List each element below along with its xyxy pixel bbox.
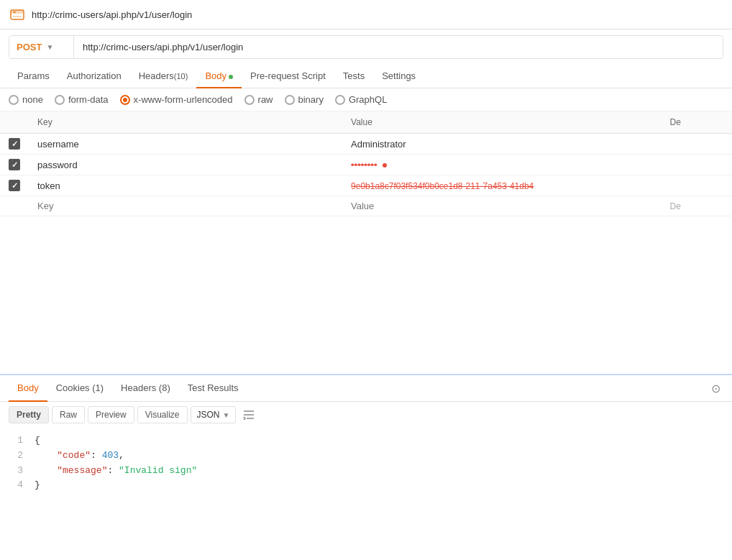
- code-block: 1 { 2 "code": 403, 3 "message": "Invalid…: [0, 428, 732, 499]
- format-type-select[interactable]: JSON ▼: [191, 406, 237, 423]
- row-2-checkbox[interactable]: [9, 159, 20, 170]
- table-row: ••••••••: [0, 155, 732, 175]
- radio-raw-label: raw: [258, 94, 273, 105]
- tab-settings[interactable]: Settings: [373, 65, 424, 88]
- top-bar-url: http://crimc-users/api.php/v1/user/login: [32, 9, 192, 20]
- radio-none-label: none: [22, 94, 43, 105]
- col-check-header: [0, 111, 29, 134]
- api-icon: [9, 6, 26, 23]
- format-raw[interactable]: Raw: [52, 406, 85, 423]
- response-tabs: Body Cookies (1) Headers (8) Test Result…: [0, 375, 732, 402]
- col-value-header: Value: [342, 111, 661, 134]
- radio-binary[interactable]: binary: [285, 94, 324, 105]
- tab-params[interactable]: Params: [9, 65, 58, 88]
- radio-urlencoded-label: x-www-form-urlencoded: [134, 94, 233, 105]
- radio-form-data-circle: [55, 95, 65, 105]
- row-4-key[interactable]: [37, 201, 334, 211]
- method-label: POST: [17, 42, 42, 52]
- tab-body[interactable]: Body: [196, 65, 242, 88]
- method-select[interactable]: POST ▼: [9, 36, 74, 58]
- format-preview[interactable]: Preview: [88, 406, 134, 423]
- line-num-1: 1: [9, 433, 23, 449]
- body-type-row: none form-data x-www-form-urlencoded raw…: [0, 88, 732, 111]
- url-input[interactable]: [74, 36, 723, 58]
- tab-authorization[interactable]: Authorization: [58, 65, 130, 88]
- format-type-arrow: ▼: [223, 411, 230, 419]
- radio-form-data[interactable]: form-data: [55, 94, 109, 105]
- format-row: Pretty Raw Preview Visualize JSON ▼: [0, 402, 732, 428]
- row-3-checkbox[interactable]: [9, 180, 20, 191]
- col-key-header: Key: [29, 111, 342, 134]
- tab-headers[interactable]: Headers(10): [130, 65, 197, 88]
- row-1-desc: [661, 134, 732, 155]
- format-visualize[interactable]: Visualize: [137, 406, 188, 423]
- code-content-3: "message": "Invalid sign": [35, 464, 723, 479]
- response-tab-cookies[interactable]: Cookies (1): [47, 375, 112, 402]
- format-type-label: JSON: [197, 410, 220, 420]
- svg-rect-1: [11, 10, 24, 14]
- radio-urlencoded[interactable]: x-www-form-urlencoded: [120, 94, 233, 105]
- body-dot: [229, 75, 233, 79]
- radio-none[interactable]: none: [9, 94, 43, 105]
- row-2-value: ••••••••: [351, 160, 377, 170]
- method-arrow: ▼: [46, 43, 53, 51]
- code-line-2: 2 "code": 403,: [9, 449, 723, 464]
- radio-binary-circle: [285, 95, 295, 105]
- tab-tests[interactable]: Tests: [334, 65, 373, 88]
- radio-graphql-label: GraphQL: [349, 94, 387, 105]
- request-bar: POST ▼: [9, 35, 723, 59]
- code-content-1: {: [35, 433, 723, 449]
- radio-graphql-circle: [335, 95, 345, 105]
- row-1-key[interactable]: [37, 139, 334, 150]
- col-desc-header: De: [661, 111, 732, 134]
- radio-urlencoded-circle: [120, 95, 130, 105]
- tab-prerequest[interactable]: Pre-request Script: [242, 65, 334, 88]
- format-icon[interactable]: [239, 407, 259, 423]
- row-1-value: Administrator: [351, 139, 406, 150]
- format-pretty[interactable]: Pretty: [9, 406, 49, 423]
- radio-raw-circle: [244, 95, 255, 105]
- copy-icon[interactable]: ⊙: [711, 382, 720, 395]
- response-tab-test-results[interactable]: Test Results: [179, 375, 247, 402]
- row-4-desc: De: [669, 201, 680, 211]
- params-table: Key Value De Administrator: [0, 111, 732, 216]
- code-line-4: 4 }: [9, 478, 723, 493]
- row-1-checkbox[interactable]: [9, 138, 20, 150]
- row-3-value: 9e0b1a8c7f03f534f0b0ce1d8-211-7a453-41db…: [351, 181, 534, 191]
- code-line-3: 3 "message": "Invalid sign": [9, 464, 723, 479]
- radio-graphql[interactable]: GraphQL: [335, 94, 387, 105]
- code-line-1: 1 {: [9, 433, 723, 449]
- table-row: Administrator: [0, 134, 732, 155]
- response-tab-headers[interactable]: Headers (8): [112, 375, 179, 402]
- line-num-3: 3: [9, 464, 23, 479]
- response-section: Body Cookies (1) Headers (8) Test Result…: [0, 374, 732, 499]
- row-4-value[interactable]: [351, 201, 652, 211]
- row-2-key[interactable]: [37, 160, 334, 170]
- line-num-4: 4: [9, 478, 23, 493]
- top-bar: http://crimc-users/api.php/v1/user/login: [0, 0, 732, 29]
- table-row: 9e0b1a8c7f03f534f0b0ce1d8-211-7a453-41db…: [0, 175, 732, 196]
- radio-form-data-label: form-data: [68, 94, 109, 105]
- response-tab-body[interactable]: Body: [9, 375, 47, 402]
- code-content-2: "code": 403,: [35, 449, 723, 464]
- row-2-desc: [661, 155, 732, 175]
- row-3-key[interactable]: [37, 180, 334, 191]
- line-num-2: 2: [9, 449, 23, 464]
- row-3-desc: [661, 175, 732, 196]
- radio-raw[interactable]: raw: [244, 94, 273, 105]
- radio-binary-label: binary: [298, 94, 324, 105]
- table-row: De: [0, 196, 732, 216]
- radio-none-circle: [9, 95, 19, 105]
- code-content-4: }: [35, 478, 723, 493]
- request-tabs: Params Authorization Headers(10) Body Pr…: [0, 65, 732, 88]
- password-indicator: [383, 163, 387, 167]
